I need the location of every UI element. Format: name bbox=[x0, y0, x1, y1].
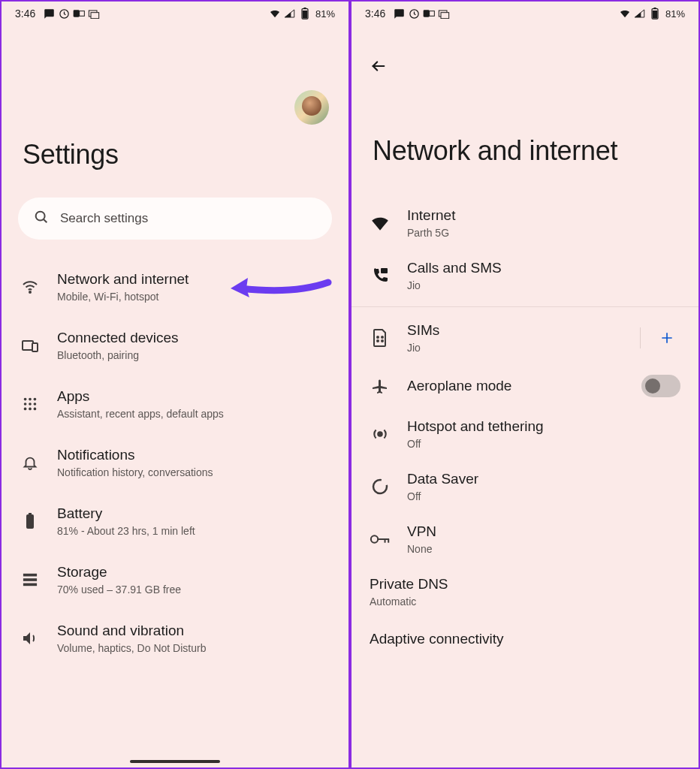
devices-icon bbox=[20, 335, 41, 356]
item-title: SIMs bbox=[407, 322, 637, 339]
svg-rect-2 bbox=[80, 11, 85, 17]
item-aeroplane[interactable]: Aeroplane mode bbox=[352, 364, 698, 408]
search-icon bbox=[33, 209, 50, 229]
svg-rect-11 bbox=[32, 343, 38, 351]
svg-point-40 bbox=[373, 480, 387, 493]
item-sub: Automatic bbox=[370, 596, 680, 608]
item-sub: Assistant, recent apps, default apps bbox=[57, 408, 330, 420]
data-saver-icon bbox=[370, 476, 391, 497]
svg-point-16 bbox=[29, 403, 32, 406]
item-title: Apps bbox=[57, 388, 330, 405]
item-connected-devices[interactable]: Connected devices Bluetooth, pairing bbox=[2, 316, 348, 375]
item-storage[interactable]: Storage 70% used – 37.91 GB free bbox=[2, 550, 348, 609]
status-bar: 3:46 81% bbox=[352, 2, 698, 23]
svg-rect-33 bbox=[653, 11, 657, 18]
airplane-icon bbox=[370, 375, 391, 397]
signal-icon bbox=[634, 8, 646, 20]
item-title: Aeroplane mode bbox=[407, 378, 625, 394]
svg-rect-34 bbox=[381, 268, 388, 273]
wifi-full-icon bbox=[370, 213, 391, 234]
aeroplane-toggle[interactable] bbox=[641, 375, 680, 397]
network-internet-screen: 3:46 81% Network and internet Internet P… bbox=[350, 0, 700, 769]
storage-icon bbox=[20, 569, 41, 590]
item-title: Internet bbox=[407, 207, 680, 224]
item-sub: Bluetooth, pairing bbox=[57, 349, 330, 361]
vpn-key-icon bbox=[370, 529, 391, 550]
status-bar: 3:46 81% bbox=[2, 2, 348, 23]
svg-rect-1 bbox=[74, 10, 80, 17]
svg-point-36 bbox=[382, 340, 383, 342]
wifi-icon bbox=[269, 8, 281, 20]
item-internet[interactable]: Internet Parth 5G bbox=[352, 197, 698, 249]
svg-rect-30 bbox=[441, 13, 449, 19]
item-title: Calls and SMS bbox=[407, 260, 680, 276]
item-network-internet[interactable]: Network and internet Mobile, Wi-Fi, hots… bbox=[2, 258, 348, 316]
chat-icon bbox=[43, 8, 55, 20]
wifi-icon bbox=[619, 8, 631, 20]
item-sims[interactable]: SIMs Jio bbox=[352, 312, 698, 364]
svg-point-35 bbox=[377, 340, 379, 342]
nav-handle[interactable] bbox=[130, 760, 220, 763]
item-apps[interactable]: Apps Assistant, recent apps, default app… bbox=[2, 375, 348, 433]
clock-icon bbox=[408, 8, 420, 20]
apps-icon bbox=[20, 394, 41, 415]
item-battery[interactable]: Battery 81% - About 23 hrs, 1 min left bbox=[2, 492, 348, 550]
wifi-icon bbox=[20, 276, 41, 297]
battery-icon bbox=[20, 511, 41, 532]
svg-rect-23 bbox=[23, 574, 37, 577]
battery-icon bbox=[649, 8, 661, 20]
item-title: Sound and vibration bbox=[57, 623, 330, 639]
item-title: Private DNS bbox=[370, 576, 680, 593]
misc-status-icon bbox=[438, 8, 450, 20]
svg-rect-10 bbox=[23, 341, 33, 350]
item-sub: Off bbox=[407, 490, 680, 502]
item-sound[interactable]: Sound and vibration Volume, haptics, Do … bbox=[2, 609, 348, 668]
item-private-dns[interactable]: Private DNS Automatic bbox=[352, 565, 698, 618]
outlook-icon bbox=[73, 8, 85, 20]
item-calls-sms[interactable]: Calls and SMS Jio bbox=[352, 249, 698, 302]
back-button[interactable] bbox=[367, 54, 391, 78]
item-notifications[interactable]: Notifications Notification history, conv… bbox=[2, 433, 348, 492]
item-title: Notifications bbox=[57, 447, 330, 463]
item-vpn[interactable]: VPN None bbox=[352, 513, 698, 565]
divider bbox=[352, 306, 698, 307]
status-time: 3:46 bbox=[15, 8, 35, 20]
svg-rect-22 bbox=[29, 513, 32, 515]
item-title: Data Saver bbox=[407, 471, 680, 487]
outlook-icon bbox=[423, 8, 435, 20]
settings-list: Network and internet Mobile, Wi-Fi, hots… bbox=[2, 258, 348, 668]
battery-icon bbox=[299, 8, 311, 20]
status-time: 3:46 bbox=[365, 8, 385, 20]
item-title: Network and internet bbox=[57, 271, 330, 288]
item-adaptive-connectivity[interactable]: Adaptive connectivity bbox=[352, 618, 698, 660]
item-sub: Parth 5G bbox=[407, 227, 680, 239]
item-sub: 70% used – 37.91 GB free bbox=[57, 584, 330, 596]
add-sim-button[interactable] bbox=[653, 324, 680, 351]
svg-rect-24 bbox=[23, 578, 37, 581]
item-title: Storage bbox=[57, 564, 330, 581]
svg-point-9 bbox=[29, 291, 31, 293]
battery-percent: 81% bbox=[665, 8, 685, 20]
item-hotspot[interactable]: Hotspot and tethering Off bbox=[352, 408, 698, 460]
item-data-saver[interactable]: Data Saver Off bbox=[352, 460, 698, 513]
search-settings[interactable]: Search settings bbox=[18, 198, 332, 240]
item-sub: Notification history, conversations bbox=[57, 466, 330, 478]
profile-avatar[interactable] bbox=[294, 90, 329, 125]
clock-icon bbox=[58, 8, 70, 20]
svg-point-14 bbox=[34, 398, 37, 401]
item-title: Connected devices bbox=[57, 330, 330, 346]
phone-sms-icon bbox=[370, 265, 391, 286]
chat-icon bbox=[393, 8, 405, 20]
svg-point-18 bbox=[24, 408, 27, 411]
svg-rect-27 bbox=[424, 10, 430, 17]
item-title: Hotspot and tethering bbox=[407, 418, 680, 435]
svg-point-17 bbox=[34, 403, 37, 406]
hotspot-icon bbox=[370, 424, 391, 445]
item-sub: Jio bbox=[407, 342, 637, 354]
network-list: Internet Parth 5G Calls and SMS Jio SIMs… bbox=[352, 197, 698, 660]
svg-point-41 bbox=[371, 535, 378, 542]
svg-rect-32 bbox=[653, 8, 656, 9]
volume-icon bbox=[20, 628, 41, 649]
item-title: VPN bbox=[407, 523, 680, 540]
item-sub: Mobile, Wi-Fi, hotspot bbox=[57, 291, 330, 303]
